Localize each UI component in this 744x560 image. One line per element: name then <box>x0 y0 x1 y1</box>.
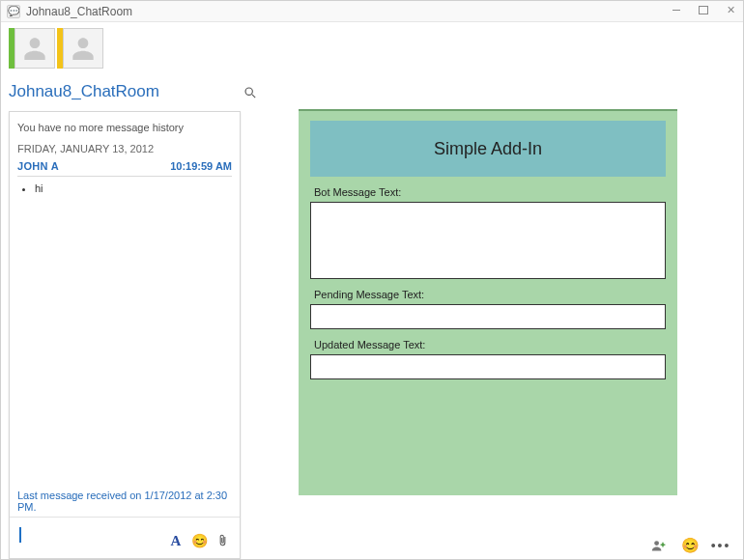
message-header: JOHN A 10:19:59 AM <box>17 160 232 177</box>
bot-message-label: Bot Message Text: <box>314 186 666 198</box>
message-text: hi <box>35 182 232 194</box>
app-window: 💬 Johnau8_ChatRoom Johnau8_Ch <box>0 0 744 560</box>
person-icon <box>68 33 99 64</box>
chat-card: You have no more message history FRIDAY,… <box>9 111 241 559</box>
app-icon: 💬 <box>7 5 20 18</box>
message-time: 10:19:59 AM <box>170 160 232 172</box>
emoji-icon[interactable]: 😊 <box>681 538 699 553</box>
participant-2[interactable] <box>57 28 103 69</box>
font-format-icon[interactable]: A <box>168 533 184 548</box>
status-tray: 😊 ••• <box>650 538 730 553</box>
search-icon[interactable] <box>241 83 258 100</box>
chat-panel: You have no more message history FRIDAY,… <box>9 111 241 559</box>
participant-1[interactable] <box>9 28 55 69</box>
message-body: hi <box>17 182 232 484</box>
participant-avatars <box>9 28 735 69</box>
room-title-row: Johnau8_ChatRoom <box>9 82 258 101</box>
content-area: You have no more message history FRIDAY,… <box>1 105 743 559</box>
room-name: Johnau8_ChatRoom <box>9 82 241 101</box>
addin-title: Simple Add-In <box>310 121 666 177</box>
more-options-icon[interactable]: ••• <box>712 538 730 553</box>
updated-message-input[interactable] <box>310 354 666 379</box>
close-button[interactable] <box>722 3 739 16</box>
last-received: Last message received on 1/17/2012 at 2:… <box>17 484 232 513</box>
emoji-icon[interactable]: 😊 <box>191 533 207 548</box>
message-sender: JOHN A <box>17 160 59 172</box>
updated-message-label: Updated Message Text: <box>314 339 666 350</box>
compose-toolbar: A 😊 <box>168 533 230 548</box>
bot-message-input[interactable] <box>310 202 666 279</box>
minimize-button[interactable] <box>668 3 685 16</box>
text-cursor <box>19 527 21 543</box>
person-icon <box>19 33 50 64</box>
bot-message-group: Bot Message Text: <box>310 186 666 279</box>
message-date: FRIDAY, JANUARY 13, 2012 <box>17 143 232 154</box>
window-title: Johnau8_ChatRoom <box>26 5 132 18</box>
add-participant-icon[interactable] <box>650 538 668 553</box>
pending-message-label: Pending Message Text: <box>314 289 666 300</box>
updated-message-group: Updated Message Text: <box>310 339 666 379</box>
avatar <box>14 28 55 69</box>
avatar <box>63 28 103 69</box>
compose-area[interactable]: A 😊 <box>17 518 232 552</box>
pending-message-input[interactable] <box>310 304 666 329</box>
svg-point-0 <box>245 88 252 95</box>
svg-line-1 <box>251 94 254 97</box>
svg-point-2 <box>654 541 659 546</box>
attachment-icon[interactable] <box>215 533 230 548</box>
maximize-button[interactable] <box>695 3 712 16</box>
window-controls <box>668 3 739 16</box>
addin-panel: Simple Add-In Bot Message Text: Pending … <box>299 109 677 559</box>
header: Johnau8_ChatRoom <box>1 22 743 105</box>
history-notice: You have no more message history <box>17 122 232 133</box>
pending-message-group: Pending Message Text: <box>310 289 666 329</box>
titlebar: 💬 Johnau8_ChatRoom <box>1 1 743 22</box>
addin-box: Simple Add-In Bot Message Text: Pending … <box>299 109 677 495</box>
